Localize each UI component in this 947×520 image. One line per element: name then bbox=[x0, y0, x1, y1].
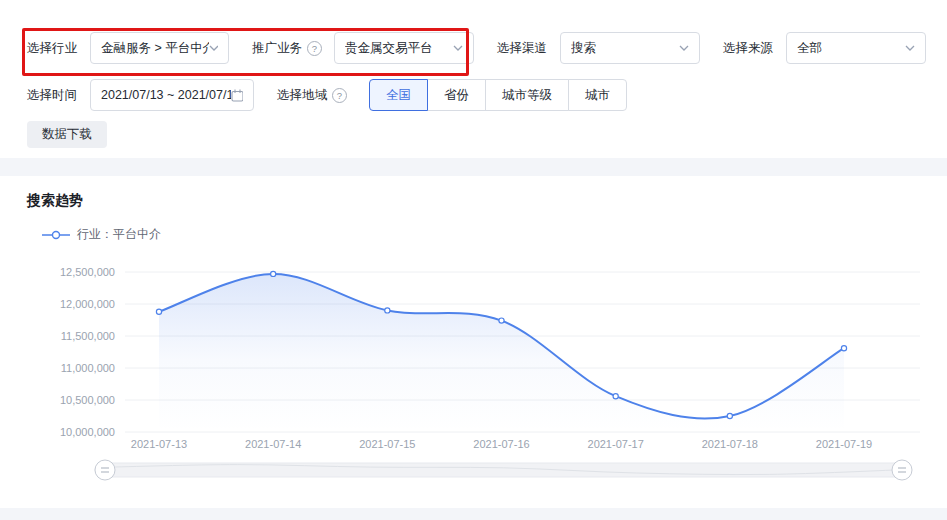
calendar-icon bbox=[231, 89, 243, 102]
time-label: 选择时间 bbox=[27, 87, 77, 104]
region-tab-1[interactable]: 全国 bbox=[369, 79, 428, 111]
data-point[interactable] bbox=[727, 413, 732, 418]
business-label: 推广业务 bbox=[252, 40, 302, 57]
data-download-button[interactable]: 数据下载 bbox=[27, 121, 107, 148]
filter-row-1: 选择行业 金融服务 > 平台中介 推广业务 ? 贵金属交易平台 选择渠道 搜索 … bbox=[27, 32, 926, 64]
page-bottom-gap bbox=[0, 508, 947, 520]
section-gap bbox=[0, 158, 947, 176]
date-range-input[interactable]: 2021/07/13 ~ 2021/07/19 bbox=[90, 79, 254, 111]
channel-select-value: 搜索 bbox=[571, 40, 596, 57]
source-select-value: 全部 bbox=[797, 40, 822, 57]
channel-select[interactable]: 搜索 bbox=[560, 32, 700, 64]
filter-panel: 选择行业 金融服务 > 平台中介 推广业务 ? 贵金属交易平台 选择渠道 搜索 … bbox=[9, 13, 938, 158]
data-point[interactable] bbox=[156, 309, 161, 314]
industry-select-value: 金融服务 > 平台中介 bbox=[101, 40, 209, 57]
filter-row-3: 数据下载 bbox=[27, 121, 107, 148]
source-select[interactable]: 全部 bbox=[786, 32, 926, 64]
chevron-down-icon bbox=[209, 45, 218, 51]
business-select[interactable]: 贵金属交易平台 bbox=[334, 32, 474, 64]
source-label: 选择来源 bbox=[723, 40, 773, 57]
region-label: 选择地域 bbox=[277, 87, 327, 104]
industry-label: 选择行业 bbox=[27, 40, 77, 57]
datazoom-right-handle[interactable] bbox=[892, 460, 912, 480]
date-range-value: 2021/07/13 ~ 2021/07/19 bbox=[101, 88, 231, 102]
data-point[interactable] bbox=[385, 308, 390, 313]
region-tab-3[interactable]: 城市等级 bbox=[485, 79, 569, 111]
data-point[interactable] bbox=[613, 394, 618, 399]
series-area bbox=[159, 274, 844, 432]
chevron-down-icon bbox=[679, 45, 689, 51]
data-point[interactable] bbox=[841, 346, 846, 351]
filter-row-2: 选择时间 2021/07/13 ~ 2021/07/19 选择地域 ? 全国省份… bbox=[27, 79, 627, 111]
datazoom-left-handle[interactable] bbox=[95, 460, 115, 480]
region-tab-group: 全国省份城市等级城市 bbox=[369, 79, 627, 111]
data-point[interactable] bbox=[499, 318, 504, 323]
help-icon[interactable]: ? bbox=[307, 41, 322, 56]
chevron-down-icon bbox=[905, 45, 915, 51]
help-icon[interactable]: ? bbox=[332, 88, 347, 103]
trend-chart bbox=[9, 176, 938, 508]
chevron-down-icon bbox=[453, 45, 463, 51]
region-tab-2[interactable]: 省份 bbox=[427, 79, 486, 111]
channel-label: 选择渠道 bbox=[497, 40, 547, 57]
data-point[interactable] bbox=[271, 271, 276, 276]
search-trend-panel: 搜索趋势 行业：平台中介 10,000,00010,500,00011,000,… bbox=[9, 176, 938, 508]
business-select-value: 贵金属交易平台 bbox=[345, 40, 433, 57]
region-tab-4[interactable]: 城市 bbox=[568, 79, 627, 111]
industry-select[interactable]: 金融服务 > 平台中介 bbox=[90, 32, 229, 64]
